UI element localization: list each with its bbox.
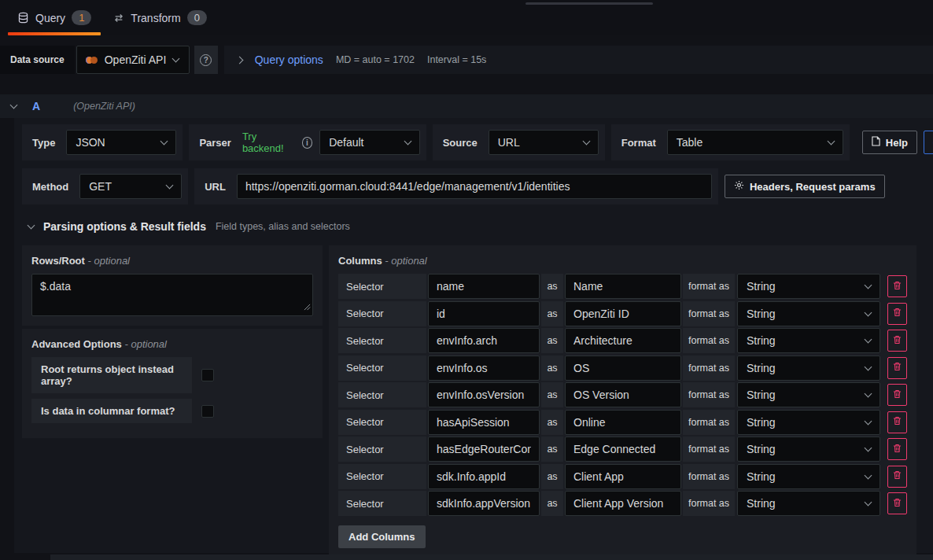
parser-label: Parser [195, 137, 234, 149]
delete-column-button[interactable] [887, 492, 907, 514]
columns-rows: Selector as format as String Selector as… [338, 274, 907, 516]
format-select[interactable]: Table [667, 130, 843, 155]
selector-input[interactable] [428, 410, 540, 435]
section-title: Parsing options & Result fields [43, 220, 206, 233]
format-type-select[interactable]: String [737, 464, 880, 489]
chevron-down-icon [827, 138, 835, 146]
alias-input[interactable] [565, 274, 681, 299]
headers-params-button[interactable]: Headers, Request params [725, 175, 885, 198]
tab-transform-label: Transform [131, 12, 180, 24]
method-label: Method [28, 181, 72, 193]
alias-input[interactable] [565, 464, 681, 489]
section-subtitle: Field types, alias and selectors [216, 221, 350, 232]
alias-input[interactable] [565, 491, 681, 516]
format-type-select[interactable]: String [737, 491, 880, 516]
selector-input[interactable] [428, 301, 540, 326]
method-select[interactable]: GET [79, 174, 182, 199]
parsing-section-header[interactable]: Parsing options & Result fields Field ty… [28, 220, 916, 233]
advanced-option-checkbox[interactable] [201, 405, 214, 418]
datasource-picker[interactable]: OpenZiti API [76, 46, 190, 74]
format-type-select[interactable]: String [737, 382, 880, 407]
delete-column-button[interactable] [887, 438, 907, 460]
column-row: Selector as format as String [338, 301, 907, 326]
delete-column-button[interactable] [887, 466, 907, 488]
chevron-down-icon [865, 308, 872, 316]
datasource-toolbar: Data source OpenZiti API ? Query options… [0, 46, 933, 74]
chevron-right-icon[interactable] [235, 56, 243, 64]
selector-input[interactable] [428, 328, 540, 353]
alias-input[interactable] [565, 382, 681, 407]
delete-column-button[interactable] [887, 303, 907, 325]
tab-query[interactable]: Query 1 [6, 0, 102, 35]
add-columns-button[interactable]: Add Columns [338, 525, 426, 548]
next-section-edge [50, 554, 933, 560]
selector-input[interactable] [428, 356, 540, 381]
as-label: as [541, 356, 563, 381]
advanced-options-panel: Advanced Options - optional Root returns… [22, 329, 323, 438]
as-label: as [541, 437, 563, 462]
selector-label: Selector [338, 301, 426, 326]
format-type-select[interactable]: String [737, 410, 880, 435]
query-editor-body: Type JSON Parser Try backend! i Default … [14, 118, 933, 553]
delete-column-button[interactable] [887, 275, 907, 297]
as-label: as [541, 382, 563, 407]
selector-label: Selector [338, 410, 426, 435]
selector-input[interactable] [428, 382, 540, 407]
delete-column-button[interactable] [887, 357, 907, 379]
format-type-select[interactable]: String [737, 274, 880, 299]
query-options-toggle[interactable]: Query options [255, 53, 323, 66]
chevron-down-icon [172, 55, 180, 63]
github-button[interactable]: Github [924, 131, 933, 154]
chevron-down-icon [865, 444, 872, 452]
type-label: Type [28, 137, 59, 149]
query-row-header[interactable]: A (OpenZiti API) [0, 94, 933, 118]
format-type-select[interactable]: String [737, 437, 880, 462]
source-group: Source URL [433, 124, 605, 160]
document-icon [872, 136, 880, 149]
help-button[interactable]: Help [862, 131, 917, 154]
type-select[interactable]: JSON [66, 130, 176, 155]
advanced-option-checkbox[interactable] [201, 369, 214, 381]
chevron-down-icon [865, 499, 872, 507]
alias-input[interactable] [565, 328, 681, 353]
query-options-bar: Query options MD = auto = 1702 Interval … [224, 46, 933, 74]
selector-input[interactable] [428, 464, 540, 489]
alias-input[interactable] [565, 301, 681, 326]
as-label: as [541, 491, 563, 516]
column-row: Selector as format as String [338, 328, 907, 353]
as-label: as [541, 464, 563, 489]
selector-input[interactable] [428, 274, 540, 299]
chevron-down-icon [865, 417, 872, 425]
info-circle-icon: i [302, 137, 313, 149]
tab-transform[interactable]: Transform 0 [102, 0, 218, 35]
datasource-help-button[interactable]: ? [194, 46, 218, 74]
as-label: as [541, 410, 563, 435]
resize-grip-icon[interactable] [304, 301, 311, 313]
alias-input[interactable] [565, 437, 681, 462]
query-datasource-hint: (OpenZiti API) [73, 101, 135, 112]
database-icon [17, 12, 29, 24]
delete-column-button[interactable] [887, 411, 907, 433]
format-type-select[interactable]: String [737, 328, 880, 353]
selector-input[interactable] [428, 491, 540, 516]
alias-input[interactable] [565, 356, 681, 381]
format-group: Format Table [611, 124, 850, 160]
alias-input[interactable] [565, 410, 681, 435]
column-row: Selector as format as String [338, 356, 907, 381]
type-group: Type JSON [22, 124, 183, 160]
format-type-select[interactable]: String [737, 356, 880, 381]
parser-select[interactable]: Default [319, 130, 420, 155]
url-input[interactable] [237, 174, 712, 199]
format-type-select[interactable]: String [737, 301, 880, 326]
openziti-logo-icon [86, 57, 98, 64]
delete-column-button[interactable] [887, 384, 907, 406]
selector-label: Selector [338, 274, 426, 299]
delete-column-button[interactable] [887, 330, 907, 352]
source-select[interactable]: URL [489, 130, 599, 155]
max-data-points-text: MD = auto = 1702 [336, 54, 415, 65]
parser-group: Parser Try backend! i Default [189, 124, 426, 160]
rows-root-input[interactable]: $.data [31, 274, 313, 316]
selector-input[interactable] [428, 437, 540, 462]
format-as-label: format as [683, 328, 735, 353]
selector-label: Selector [338, 491, 426, 516]
